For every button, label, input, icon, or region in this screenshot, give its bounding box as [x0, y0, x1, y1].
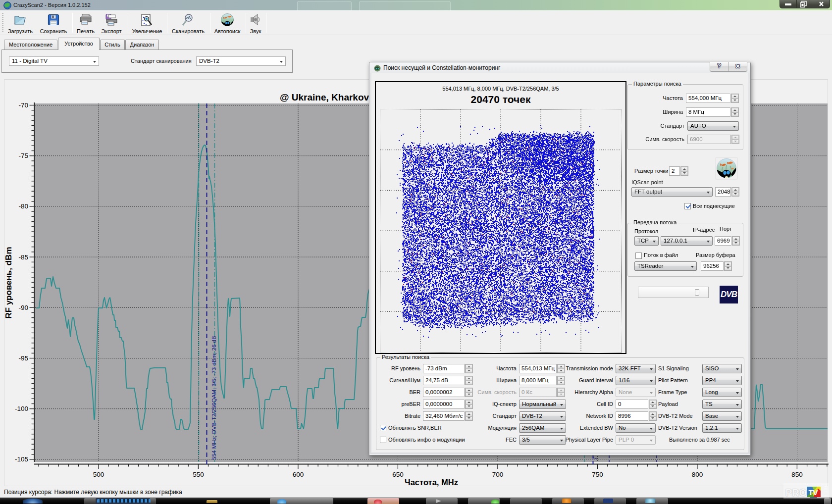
svg-text:-95: -95: [18, 354, 28, 362]
svg-text:-85: -85: [18, 253, 28, 261]
svg-text:750: 750: [592, 471, 603, 478]
svg-text:7: 7: [592, 457, 598, 460]
svg-text:TV: TV: [808, 488, 818, 497]
svg-text:650: 650: [392, 471, 404, 478]
svg-text:-90: -90: [18, 304, 28, 311]
svg-text:700: 700: [492, 471, 504, 478]
svg-text:-100: -100: [15, 405, 28, 412]
svg-text:-75: -75: [18, 152, 28, 159]
svg-text:500: 500: [93, 471, 104, 478]
svg-text:550: 550: [193, 471, 204, 478]
svg-text:Частота, MHz: Частота, MHz: [405, 478, 458, 487]
svg-text:@ Ukraine, Kharkov: @ Ukraine, Kharkov: [280, 92, 369, 102]
svg-text:850: 850: [791, 471, 803, 478]
svg-text:RF уровень, dBm: RF уровень, dBm: [4, 247, 13, 318]
svg-text:600: 600: [293, 471, 304, 478]
svg-text:-105: -105: [15, 455, 28, 463]
svg-text:-80: -80: [18, 202, 28, 210]
svg-text:-70: -70: [18, 101, 28, 109]
svg-text:554 MHz; DVB-T2/256QAM; 3/5; -: 554 MHz; DVB-T2/256QAM; 3/5; -73 dBm; 26…: [211, 336, 217, 460]
svg-text:800: 800: [692, 471, 703, 478]
